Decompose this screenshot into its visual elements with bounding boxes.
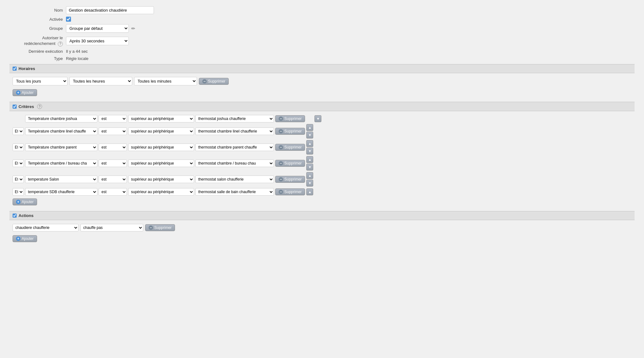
- critere-value-select-3[interactable]: thermostat chambre / bureau chau: [195, 160, 274, 167]
- arrow-down-button-2[interactable]: ▼: [306, 148, 313, 155]
- critere-est-select-4[interactable]: est: [99, 176, 127, 183]
- action-device-select-0[interactable]: chaudiere chaufferie: [13, 224, 79, 231]
- table-row: Et temperature Salon est supérieur au pé…: [13, 172, 631, 187]
- supprimer-minus-icon-0: −: [279, 117, 283, 121]
- arrow-up-button-5[interactable]: ▲: [306, 188, 313, 195]
- derniere-value: Il y a 44 sec: [66, 49, 88, 54]
- criteres-ajouter-plus-icon: +: [16, 200, 20, 204]
- table-row: Et temperature SDB chaufferie est supéri…: [13, 188, 631, 196]
- critere-supprimer-button-0[interactable]: − Supprimer: [275, 115, 305, 122]
- action-supprimer-minus-icon-0: −: [149, 225, 153, 230]
- connector-select-3[interactable]: Et: [13, 160, 24, 167]
- critere-condition-select-2[interactable]: supérieur au périphérique: [128, 144, 194, 151]
- arrow-group-4: ▲ ▼: [306, 172, 313, 187]
- ajouter-plus-icon: +: [16, 90, 20, 95]
- arrow-up-button-3[interactable]: ▲: [306, 156, 313, 163]
- groupe-row: Groupe Groupe par défaut ✏: [9, 24, 635, 33]
- edit-icon[interactable]: ✏: [131, 26, 135, 31]
- critere-value-select-1[interactable]: thermostat chambre linel chaufferie: [195, 127, 274, 135]
- criteres-container: Température chambre joshua est supérieur…: [9, 115, 635, 196]
- connector-select-5[interactable]: Et: [13, 188, 24, 196]
- groupe-label: Groupe: [9, 26, 66, 31]
- critere-device-select-5[interactable]: temperature SDB chaufferie: [25, 188, 97, 196]
- groupe-select[interactable]: Groupe par défaut: [66, 24, 129, 33]
- page: Nom Activée Groupe Groupe par défaut ✏ A…: [0, 0, 644, 358]
- horaires-ajouter-button[interactable]: + Ajouter: [13, 89, 37, 96]
- critere-condition-select-3[interactable]: supérieur au périphérique: [128, 160, 194, 167]
- table-row: Température chambre joshua est supérieur…: [13, 115, 631, 122]
- arrow-up-button-4[interactable]: ▲: [306, 172, 313, 179]
- type-value: Règle locale: [66, 56, 89, 61]
- autoriser-row: Autoriser le redéclenchement ? Après 30 …: [9, 35, 635, 46]
- arrow-up-button-1[interactable]: ▲: [306, 124, 313, 131]
- critere-supprimer-button-4[interactable]: − Supprimer: [275, 176, 305, 183]
- critere-est-select-1[interactable]: est: [99, 127, 127, 135]
- critere-supprimer-button-2[interactable]: − Supprimer: [275, 144, 305, 151]
- critere-est-select-0[interactable]: est: [99, 115, 127, 122]
- actions-checkbox[interactable]: [13, 214, 17, 218]
- derniere-row: Dernière exécution Il y a 44 sec: [9, 49, 635, 54]
- critere-device-select-4[interactable]: temperature Salon: [25, 176, 97, 183]
- type-row: Type Règle locale: [9, 56, 635, 61]
- arrow-down-button-1[interactable]: ▼: [306, 132, 313, 138]
- critere-condition-select-5[interactable]: supérieur au périphérique: [128, 188, 194, 196]
- critere-est-select-5[interactable]: est: [99, 188, 127, 196]
- autoriser-select[interactable]: Après 30 secondes: [66, 37, 129, 45]
- arrow-down-button-3[interactable]: ▼: [306, 164, 313, 171]
- action-supprimer-button-0[interactable]: − Supprimer: [145, 224, 175, 231]
- jours-select[interactable]: Tous les jours: [13, 77, 68, 85]
- critere-est-select-2[interactable]: est: [99, 144, 127, 151]
- critere-supprimer-button-1[interactable]: − Supprimer: [275, 128, 305, 135]
- actions-title: Actions: [19, 213, 34, 218]
- autoriser-help-icon[interactable]: ?: [58, 41, 63, 46]
- heures-select[interactable]: Toutes les heures: [69, 77, 132, 85]
- actions-ajouter-button[interactable]: + Ajouter: [13, 235, 37, 242]
- horaires-row: Tous les jours Toutes les heures Toutes …: [9, 77, 635, 85]
- critere-device-select-3[interactable]: Température chambre / bureau cha: [25, 160, 97, 167]
- derniere-label: Dernière exécution: [9, 49, 66, 54]
- critere-supprimer-button-5[interactable]: − Supprimer: [275, 188, 305, 195]
- critere-condition-select-1[interactable]: supérieur au périphérique: [128, 127, 194, 135]
- supprimer-minus-icon-4: −: [279, 177, 283, 182]
- horaires-section-header: Horaires: [9, 64, 635, 73]
- supprimer-minus-icon-3: −: [279, 161, 283, 165]
- critere-value-select-0[interactable]: thermostat joshua chaufferie: [195, 115, 274, 122]
- criteres-section-header: Critères ?: [9, 102, 635, 111]
- minutes-select[interactable]: Toutes les minutes: [134, 77, 197, 85]
- criteres-help-icon[interactable]: ?: [37, 104, 42, 109]
- critere-value-select-5[interactable]: thermostat salle de bain chaufferie: [195, 188, 274, 196]
- table-row: Et Température chambre linel chauffe est…: [13, 124, 631, 138]
- nom-row: Nom: [9, 6, 635, 14]
- action-value-select-0[interactable]: chauffe pas: [80, 224, 143, 231]
- critere-value-select-4[interactable]: thermostat salon chaufferie: [195, 176, 274, 183]
- criteres-ajouter-button[interactable]: + Ajouter: [13, 198, 37, 205]
- connector-select-2[interactable]: Et: [13, 144, 24, 151]
- arrow-up-button-2[interactable]: ▲: [306, 140, 313, 147]
- table-row: Et Température chambre parent est supéri…: [13, 140, 631, 155]
- critere-device-select-2[interactable]: Température chambre parent: [25, 144, 97, 151]
- critere-value-select-2[interactable]: thermostat chambre parent chauffe: [195, 144, 274, 151]
- nom-input[interactable]: [66, 6, 154, 14]
- critere-condition-select-4[interactable]: supérieur au périphérique: [128, 176, 194, 183]
- arrow-down-button-4[interactable]: ▼: [306, 180, 313, 187]
- critere-supprimer-button-3[interactable]: − Supprimer: [275, 160, 305, 167]
- horaires-supprimer-button[interactable]: − Supprimer: [199, 78, 229, 85]
- criteres-checkbox[interactable]: [13, 105, 17, 109]
- arrow-down-button-0[interactable]: ▼: [314, 115, 321, 122]
- critere-est-select-3[interactable]: est: [99, 160, 127, 167]
- activee-checkbox[interactable]: [66, 17, 71, 22]
- connector-select-4[interactable]: Et: [13, 176, 24, 183]
- critere-device-select-1[interactable]: Température chambre linel chauffe: [25, 127, 97, 135]
- autoriser-label: Autoriser le redéclenchement ?: [9, 35, 66, 46]
- critere-condition-select-0[interactable]: supérieur au périphérique: [128, 115, 194, 122]
- critere-device-select-0[interactable]: Température chambre joshua: [25, 115, 97, 122]
- horaires-checkbox[interactable]: [13, 67, 17, 71]
- supprimer-minus-icon: −: [202, 79, 207, 84]
- nom-label: Nom: [9, 8, 66, 13]
- supprimer-minus-icon-2: −: [279, 145, 283, 149]
- supprimer-minus-icon-5: −: [279, 190, 283, 194]
- connector-select-1[interactable]: Et: [13, 127, 24, 135]
- type-label: Type: [9, 56, 66, 61]
- table-row: Et Température chambre / bureau cha est …: [13, 156, 631, 171]
- arrow-group-3: ▲ ▼: [306, 156, 313, 171]
